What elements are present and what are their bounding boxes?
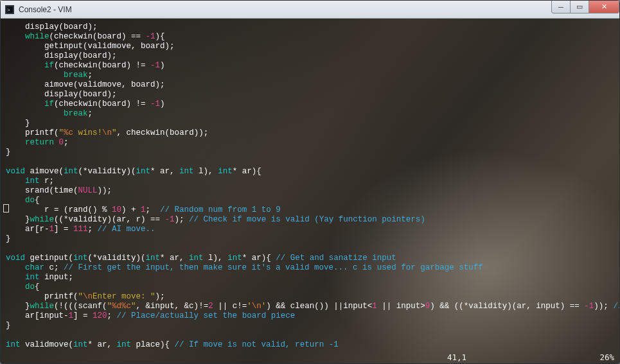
maximize-button[interactable]: ▭ xyxy=(570,1,589,13)
window-controls: ─ ▭ ✕ xyxy=(552,1,619,13)
titlebar[interactable]: > Console2 - VIM ─ ▭ ✕ xyxy=(1,1,619,19)
svg-text:>: > xyxy=(7,7,10,13)
scroll-percentage: 26% xyxy=(599,352,614,362)
window-title: Console2 - VIM xyxy=(19,5,72,14)
minimize-button[interactable]: ─ xyxy=(551,1,571,13)
vim-status-bar: 41,1 26% xyxy=(447,352,614,362)
app-window: > Console2 - VIM ─ ▭ ✕ display(board); w… xyxy=(0,0,620,364)
editor-area[interactable]: display(board); while(checkwin(board) ==… xyxy=(1,19,619,363)
cursor-line-indicator xyxy=(3,204,9,212)
code-content: display(board); while(checkwin(board) ==… xyxy=(1,19,619,363)
close-button[interactable]: ✕ xyxy=(589,1,619,13)
console2-icon: > xyxy=(4,4,15,15)
cursor-position: 41,1 xyxy=(447,352,466,362)
